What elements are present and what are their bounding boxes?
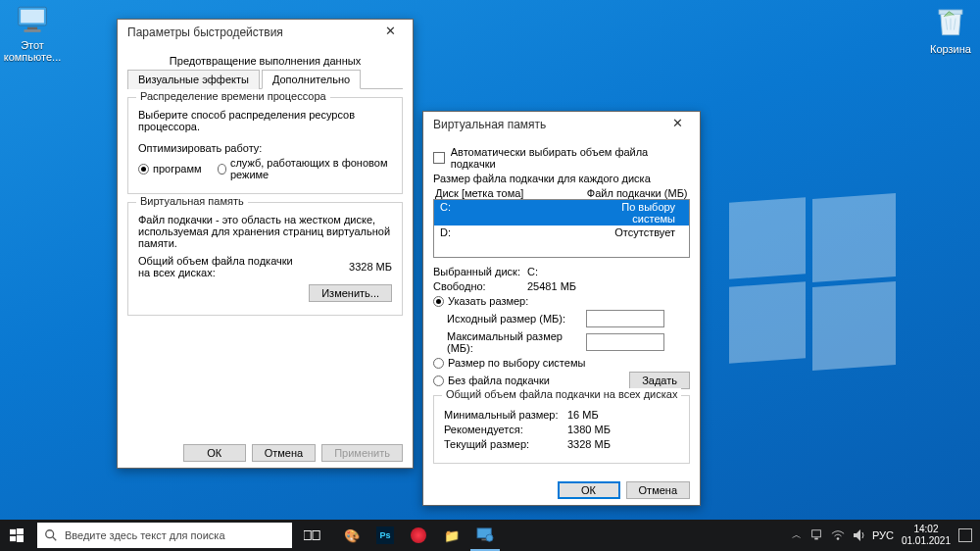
apply-button[interactable]: Применить	[321, 444, 403, 462]
current-size-label: Текущий размер:	[444, 438, 562, 450]
svg-rect-2	[27, 27, 37, 30]
group-title: Распределение времени процессора	[136, 90, 330, 102]
network-icon[interactable]	[809, 528, 823, 542]
clock[interactable]: 14:02 01.01.2021	[902, 524, 951, 547]
titlebar[interactable]: Виртуальная память ✕	[423, 112, 700, 137]
svg-rect-8	[17, 535, 24, 542]
system-icon	[476, 527, 494, 543]
ok-button[interactable]: ОК	[558, 481, 620, 499]
recommended-value: 1380 МБ	[567, 424, 611, 435]
cancel-button[interactable]: Отмена	[626, 481, 690, 499]
search-box[interactable]: Введите здесь текст для поиска	[37, 523, 292, 548]
drive-row-c[interactable]: C: По выбору системы	[434, 200, 689, 225]
taskbar-app-photoshop[interactable]: Ps	[368, 520, 402, 551]
radio-icon	[433, 296, 444, 307]
svg-point-15	[486, 534, 493, 541]
help-text: Выберите способ распределения ресурсов п…	[138, 109, 392, 132]
min-size-label: Минимальный размер:	[444, 409, 562, 421]
titlebar[interactable]: Параметры быстродействия ✕	[118, 20, 413, 45]
desktop-icon-label: Корзина	[921, 43, 980, 55]
initial-size-label: Исходный размер (МБ):	[447, 313, 580, 325]
max-size-input[interactable]	[586, 333, 664, 351]
window-title: Параметры быстродействия	[127, 25, 283, 39]
tab-bar: Визуальные эффекты Дополнительно	[127, 69, 403, 89]
desktop-icon-this-pc[interactable]: Этот компьюте...	[3, 5, 62, 63]
selected-drive-label: Выбранный диск:	[433, 266, 521, 277]
recycle-bin-icon	[934, 5, 967, 38]
taskbar-app-paint[interactable]: 🎨	[335, 520, 368, 551]
windows-icon	[10, 528, 24, 542]
recommended-label: Рекомендуется:	[444, 424, 562, 435]
this-pc-icon	[16, 5, 49, 34]
taskbar-app-file-explorer[interactable]: 📁	[435, 520, 468, 551]
change-button[interactable]: Изменить...	[309, 284, 392, 302]
language-indicator[interactable]: РУС	[872, 529, 894, 541]
tab-advanced[interactable]: Дополнительно	[262, 70, 361, 89]
svg-rect-5	[10, 529, 16, 534]
desktop-icon-recycle-bin[interactable]: Корзина	[921, 5, 980, 55]
svg-point-9	[46, 530, 54, 538]
tray-chevron-up-icon[interactable]: ︿	[792, 528, 802, 542]
group-title: Виртуальная память	[136, 195, 248, 207]
task-view-button[interactable]	[296, 520, 329, 551]
start-button[interactable]	[0, 520, 33, 551]
checkbox-auto-manage[interactable]: Автоматически выбирать объем файла подка…	[433, 146, 690, 170]
svg-rect-7	[10, 536, 16, 541]
cancel-button[interactable]: Отмена	[252, 444, 316, 462]
svg-line-10	[53, 537, 57, 541]
close-button[interactable]: ✕	[373, 23, 407, 42]
search-placeholder: Введите здесь текст для поиска	[65, 529, 225, 541]
selected-drive-value: C:	[527, 266, 538, 277]
drive-row-d[interactable]: D: Отсутствует	[434, 225, 689, 239]
max-size-label: Максимальный размер (МБ):	[447, 330, 580, 354]
close-button[interactable]: ✕	[661, 115, 694, 134]
group-title: Общий объем файла подкачки на всех диска…	[442, 388, 681, 400]
tab-visual-effects[interactable]: Визуальные эффекты	[127, 70, 260, 89]
radio-programs[interactable]: программ	[138, 163, 202, 175]
vm-total-value: 3328 МБ	[349, 261, 392, 273]
column-header-drive: Диск [метка тома]	[435, 187, 587, 199]
radio-services[interactable]: служб, работающих в фоновом режиме	[218, 157, 392, 180]
optimize-label: Оптимизировать работу:	[138, 142, 392, 154]
window-title: Виртуальная память	[433, 118, 546, 131]
tab-dep-header[interactable]: Предотвращение выполнения данных	[127, 51, 403, 69]
clock-date: 01.01.2021	[902, 535, 951, 547]
drive-label: D:	[434, 225, 587, 239]
clock-time: 14:02	[902, 524, 951, 535]
radio-icon	[433, 376, 444, 386]
radio-system-managed[interactable]: Размер по выбору системы	[433, 357, 585, 369]
svg-rect-16	[812, 530, 821, 537]
radio-icon	[218, 164, 226, 175]
group-virtual-memory: Виртуальная память Файл подкачки - это о…	[127, 202, 403, 316]
initial-size-input[interactable]	[586, 310, 664, 327]
ok-button[interactable]: ОК	[183, 444, 246, 462]
set-button[interactable]: Задать	[629, 372, 690, 389]
group-total-pagefile: Общий объем файла подкачки на всех диска…	[433, 395, 690, 464]
free-space-label: Свободно:	[433, 280, 521, 292]
drive-list[interactable]: C: По выбору системы D: Отсутствует	[433, 199, 690, 258]
min-size-value: 16 МБ	[567, 409, 599, 421]
desktop-icon-label: Этот компьюте...	[3, 39, 62, 63]
current-size-value: 3328 МБ	[567, 438, 611, 450]
system-tray: ︿ РУС 14:02 01.01.2021	[792, 524, 980, 547]
vm-total-label: Общий объем файла подкачки на всех диска…	[138, 255, 295, 278]
taskbar-app-system-properties[interactable]	[468, 520, 502, 551]
svg-rect-3	[24, 29, 41, 32]
drive-pagefile: По выбору системы	[587, 200, 689, 225]
taskbar-app-opera[interactable]	[402, 520, 435, 551]
radio-no-pagefile[interactable]: Без файла подкачки	[433, 375, 550, 386]
action-center-button[interactable]	[958, 528, 972, 542]
task-view-icon	[304, 528, 321, 542]
svg-rect-11	[304, 531, 311, 540]
virtual-memory-window: Виртуальная память ✕ Автоматически выбир…	[422, 111, 701, 506]
wifi-icon[interactable]	[831, 529, 845, 541]
volume-icon[interactable]	[853, 528, 864, 542]
radio-custom-size[interactable]: Указать размер:	[433, 295, 528, 307]
drive-label: C:	[434, 200, 587, 225]
performance-options-window: Параметры быстродействия ✕ Предотвращени…	[117, 19, 414, 469]
checkbox-icon	[433, 152, 445, 164]
help-text: Файл подкачки - это область на жестком д…	[138, 214, 392, 249]
search-icon	[44, 528, 58, 542]
svg-point-18	[837, 537, 840, 540]
windows-logo-backdrop	[729, 196, 896, 363]
